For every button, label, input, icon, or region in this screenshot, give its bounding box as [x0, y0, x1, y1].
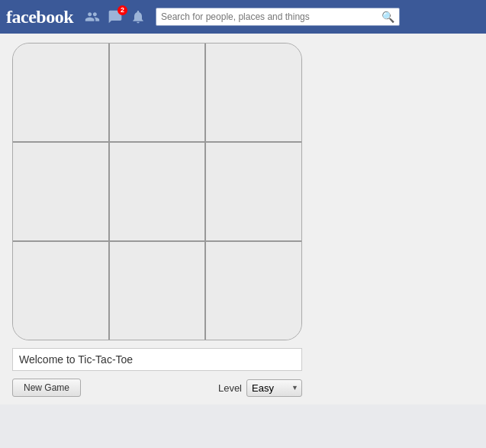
cell-8[interactable]	[205, 241, 301, 340]
cell-2[interactable]	[205, 44, 301, 142]
new-game-button[interactable]: New Game	[12, 379, 81, 397]
friend-requests-icon[interactable]	[84, 8, 101, 25]
search-input[interactable]	[161, 11, 381, 22]
main-content: Welcome to Tic-Tac-Toe New Game Level Ea…	[0, 34, 486, 404]
cell-4[interactable]	[109, 142, 205, 240]
status-bar: Welcome to Tic-Tac-Toe	[12, 348, 302, 371]
cell-3[interactable]	[13, 142, 109, 240]
facebook-logo[interactable]: facebook	[6, 7, 73, 27]
game-container: Welcome to Tic-Tac-Toe New Game Level Ea…	[0, 34, 313, 404]
notifications-icon[interactable]	[130, 8, 146, 25]
level-select-wrapper[interactable]: EasyMediumHard	[246, 379, 302, 397]
messages-icon-wrapper[interactable]: 2	[107, 8, 124, 25]
search-button[interactable]: 🔍	[381, 11, 394, 23]
cell-5[interactable]	[205, 142, 301, 240]
cell-7[interactable]	[109, 241, 205, 340]
game-board	[12, 43, 302, 340]
search-bar[interactable]: 🔍	[156, 8, 400, 26]
controls: New Game Level EasyMediumHard	[12, 379, 302, 397]
status-text: Welcome to Tic-Tac-Toe	[19, 353, 133, 366]
cell-0[interactable]	[13, 44, 109, 142]
cell-6[interactable]	[13, 241, 109, 340]
facebook-header: facebook 2 🔍	[0, 0, 486, 34]
messages-badge: 2	[117, 5, 127, 15]
cell-1[interactable]	[109, 44, 205, 142]
level-label: Level	[218, 382, 242, 394]
level-select[interactable]: EasyMediumHard	[246, 379, 302, 397]
